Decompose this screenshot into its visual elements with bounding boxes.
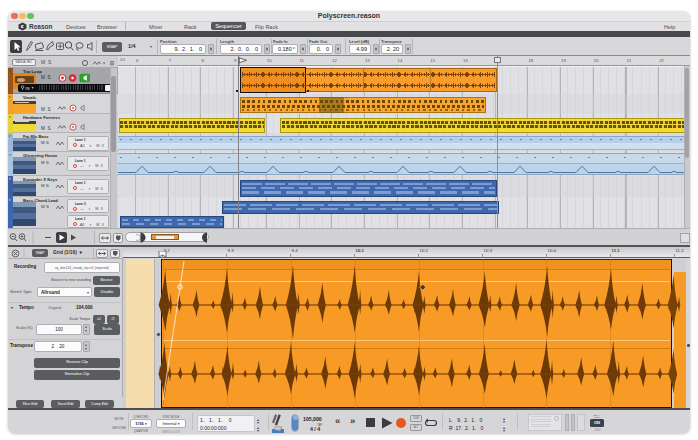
svg-text:IN: IN bbox=[26, 86, 30, 90]
svg-text:Reason: Reason bbox=[29, 23, 53, 30]
svg-text:M S: M S bbox=[41, 106, 50, 111]
svg-text:M S: M S bbox=[41, 126, 50, 131]
